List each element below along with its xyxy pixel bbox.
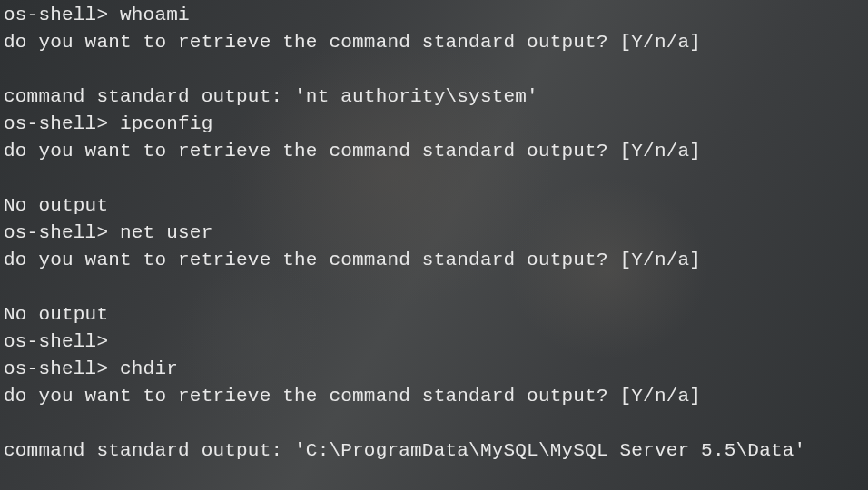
retrieve-prompt: do you want to retrieve the command stan… xyxy=(4,29,864,56)
command-text xyxy=(108,331,120,352)
retrieve-prompt: do you want to retrieve the command stan… xyxy=(4,138,864,165)
terminal-line: command standard output: 'nt authority\s… xyxy=(4,83,864,111)
terminal-line: os-shell> net user xyxy=(4,220,864,247)
terminal-line xyxy=(4,56,864,83)
stdout-value: 'C:\ProgramData\MySQL\MySQL Server 5.5\D… xyxy=(282,440,805,461)
shell-prompt: os-shell> xyxy=(4,5,108,25)
shell-prompt: os-shell> xyxy=(4,222,108,243)
shell-prompt: os-shell> xyxy=(4,358,108,379)
no-output-text: No output xyxy=(4,192,864,220)
shell-prompt: os-shell> xyxy=(4,113,108,134)
command-text: ipconfig xyxy=(108,113,212,134)
command-text: whoami xyxy=(108,5,190,25)
terminal-line xyxy=(4,274,864,301)
command-text: net user xyxy=(108,222,212,243)
terminal-line: os-shell> ipconfig xyxy=(4,111,864,138)
stdout-value: 'nt authority\system' xyxy=(282,86,538,107)
stdout-label: command standard output: xyxy=(4,440,282,461)
terminal-line: os-shell> chdir xyxy=(4,356,864,383)
terminal-line xyxy=(4,410,864,437)
terminal-line: os-shell> xyxy=(4,328,864,356)
terminal-line: os-shell> whoami xyxy=(4,2,864,29)
command-text: chdir xyxy=(108,358,178,379)
terminal-output[interactable]: os-shell> whoamido you want to retrieve … xyxy=(4,2,864,465)
terminal-line xyxy=(4,165,864,192)
no-output-text: No output xyxy=(4,301,864,328)
stdout-label: command standard output: xyxy=(4,86,282,107)
retrieve-prompt: do you want to retrieve the command stan… xyxy=(4,247,864,274)
terminal-line: command standard output: 'C:\ProgramData… xyxy=(4,437,864,465)
shell-prompt: os-shell> xyxy=(4,331,108,352)
retrieve-prompt: do you want to retrieve the command stan… xyxy=(4,383,864,410)
